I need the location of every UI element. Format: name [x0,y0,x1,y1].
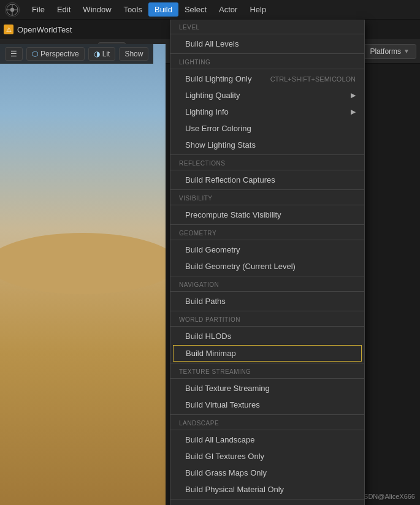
viewport-options-button[interactable]: ☰ [5,47,23,61]
sep-13 [170,326,364,327]
watermark-text: CSDN@AliceX666 [359,493,415,500]
perspective-icon: ⬡ [32,50,38,58]
menu-actor[interactable]: Actor [213,2,243,17]
build-geometry-item[interactable]: Build Geometry [170,241,364,258]
desert-ground [0,251,166,505]
build-dropdown-menu: LEVEL Build All Levels LIGHTING Build Li… [170,20,365,505]
use-error-coloring-item[interactable]: Use Error Coloring [170,120,364,137]
perspective-button[interactable]: ⬡ Perspective [26,47,85,61]
show-label: Show [124,50,143,58]
platforms-label: Platforms [370,47,401,56]
menu-bar: File Edit Window Tools Build Select Acto… [0,0,420,20]
build-lighting-shortcut: CTRL+SHIFT+SEMICOLON [270,75,356,83]
build-virtual-textures-label: Build Virtual Textures [185,400,260,409]
viewport-toolbar: ☰ ⬡ Perspective ◑ Lit Show [0,44,153,64]
lit-icon: ◑ [94,50,100,58]
build-geometry-current-label: Build Geometry (Current Level) [185,262,296,271]
sep-4 [170,154,364,155]
sep-1 [170,34,364,34]
build-paths-label: Build Paths [185,297,226,306]
landscape-section-label: LANDSCAPE [170,416,364,428]
build-reflection-captures-label: Build Reflection Captures [185,175,275,184]
build-texture-streaming-label: Build Texture Streaming [185,384,270,393]
lighting-quality-arrow: ▶ [351,91,356,99]
lighting-section-label: LIGHTING [170,55,364,67]
project-title: OpenWorldTest [17,25,72,34]
sep-12 [170,311,364,311]
sep-18 [170,499,364,499]
menu-build[interactable]: Build [148,2,178,17]
build-gi-textures-item[interactable]: Build GI Textures Only [170,448,364,465]
build-minimap-label: Build Minimap [186,349,236,358]
sep-14 [170,363,364,363]
lit-button[interactable]: ◑ Lit [88,47,116,61]
build-minimap-item[interactable]: Build Minimap [173,345,362,362]
desert-dunes [0,233,166,294]
build-physical-material-item[interactable]: Build Physical Material Only [170,481,364,498]
build-virtual-textures-item[interactable]: Build Virtual Textures [170,397,364,413]
sep-11 [170,291,364,292]
sep-16 [170,414,364,415]
lighting-info-arrow: ▶ [351,108,356,116]
build-all-landscape-item[interactable]: Build All Landscape [170,431,364,448]
sep-17 [170,430,364,430]
sep-3 [170,69,364,69]
menu-select[interactable]: Select [178,2,213,17]
reflections-section-label: REFLECTIONS [170,156,364,169]
automation-section-label: AUTOMATION [170,501,364,505]
build-paths-item[interactable]: Build Paths [170,293,364,309]
show-lighting-stats-item[interactable]: Show Lighting Stats [170,137,364,153]
lit-label: Lit [102,50,110,58]
platforms-chevron: ▼ [403,48,410,55]
project-icon: ⚠ [4,25,13,34]
visibility-section-label: VISIBILITY [170,191,364,203]
build-lighting-only-item[interactable]: Build Lighting Only CTRL+SHIFT+SEMICOLON [170,70,364,87]
sep-6 [170,189,364,190]
build-geometry-label: Build Geometry [185,245,240,254]
level-section-label: LEVEL [170,20,364,32]
app-logo [2,0,22,20]
build-all-levels-item[interactable]: Build All Levels [170,36,364,52]
build-geometry-current-item[interactable]: Build Geometry (Current Level) [170,258,364,275]
build-grass-maps-label: Build Grass Maps Only [185,468,267,477]
sep-5 [170,170,364,170]
show-button[interactable]: Show [119,47,148,61]
use-error-coloring-label: Use Error Coloring [185,124,251,133]
show-lighting-stats-label: Show Lighting Stats [185,140,256,150]
lighting-quality-label: Lighting Quality [185,91,240,100]
build-gi-textures-label: Build GI Textures Only [185,452,264,461]
sep-15 [170,378,364,379]
perspective-label: Perspective [40,50,79,58]
viewport [0,44,166,505]
menu-tools[interactable]: Tools [118,2,148,17]
build-reflection-captures-item[interactable]: Build Reflection Captures [170,172,364,188]
viewport-background [0,44,166,505]
menu-edit[interactable]: Edit [51,2,77,17]
lighting-info-item[interactable]: Lighting Info ▶ [170,104,364,120]
build-hlods-item[interactable]: Build HLODs [170,328,364,344]
precompute-static-visibility-label: Precompute Static Visibility [185,210,281,219]
build-hlods-label: Build HLODs [185,332,231,341]
sep-7 [170,205,364,205]
geometry-section-label: GEOMETRY [170,226,364,238]
platforms-button[interactable]: Platforms ▼ [363,44,416,59]
navigation-section-label: NAVIGATION [170,278,364,290]
build-physical-material-label: Build Physical Material Only [185,485,284,494]
watermark: CSDN@AliceX666 [359,493,415,500]
precompute-static-visibility-item[interactable]: Precompute Static Visibility [170,207,364,223]
lighting-info-label: Lighting Info [185,107,229,116]
build-all-landscape-label: Build All Landscape [185,435,254,444]
build-grass-maps-item[interactable]: Build Grass Maps Only [170,465,364,481]
sep-9 [170,240,364,240]
world-partition-section-label: WORLD PARTITION [170,313,364,325]
build-all-levels-label: Build All Levels [185,39,239,48]
sep-10 [170,276,364,276]
hamburger-icon: ☰ [10,50,17,58]
menu-window[interactable]: Window [77,2,117,17]
menu-file[interactable]: File [26,2,51,17]
sep-8 [170,224,364,225]
menu-help[interactable]: Help [243,2,272,17]
sep-2 [170,53,364,54]
lighting-quality-item[interactable]: Lighting Quality ▶ [170,87,364,104]
build-texture-streaming-item[interactable]: Build Texture Streaming [170,380,364,397]
